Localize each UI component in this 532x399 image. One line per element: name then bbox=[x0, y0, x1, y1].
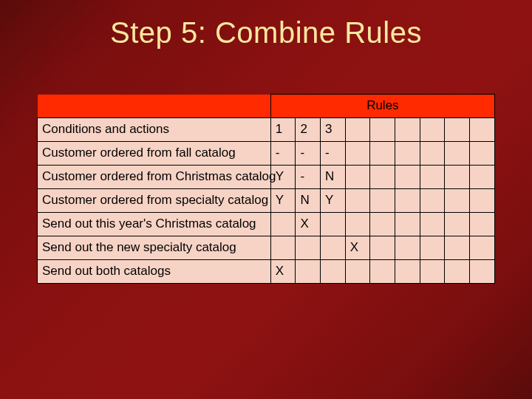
row-cell bbox=[470, 260, 495, 284]
row-label: Send out both catalogs bbox=[38, 260, 271, 284]
row-cell bbox=[445, 236, 470, 260]
row-cell: 3 bbox=[321, 118, 346, 142]
table-row: Send out this year's Christmas catalog X bbox=[38, 213, 495, 236]
table-row: Customer ordered from fall catalog - - - bbox=[38, 142, 495, 166]
row-cell bbox=[321, 260, 346, 284]
row-cell: - bbox=[270, 142, 296, 166]
row-cell bbox=[420, 236, 445, 260]
table-row: Send out the new specialty catalog X bbox=[38, 236, 495, 260]
row-cell bbox=[370, 142, 395, 166]
row-cell: 1 bbox=[270, 118, 296, 142]
row-cell bbox=[345, 166, 370, 189]
row-cell bbox=[470, 213, 495, 236]
row-cell: N bbox=[296, 189, 321, 213]
row-label: Send out the new specialty catalog bbox=[38, 236, 271, 260]
row-cell bbox=[470, 166, 495, 189]
row-label: Customer ordered from specialty catalog bbox=[38, 189, 271, 213]
row-cell: N bbox=[321, 166, 346, 189]
row-cell bbox=[395, 142, 420, 166]
row-cell bbox=[470, 236, 495, 260]
row-cell bbox=[370, 166, 395, 189]
rules-table: Rules Conditions and actions 1 2 3 Custo… bbox=[37, 94, 495, 284]
row-cell bbox=[345, 260, 370, 284]
row-cell bbox=[345, 118, 370, 142]
row-cell bbox=[395, 189, 420, 213]
table-row: Send out both catalogs X bbox=[38, 260, 495, 284]
row-cell bbox=[370, 118, 395, 142]
row-cell bbox=[370, 260, 395, 284]
header-blank-cell bbox=[38, 95, 271, 118]
row-cell bbox=[296, 260, 321, 284]
row-cell: - bbox=[296, 142, 321, 166]
table-row: Customer ordered from specialty catalog … bbox=[38, 189, 495, 213]
row-cell bbox=[420, 166, 445, 189]
row-cell bbox=[470, 118, 495, 142]
row-label: Customer ordered from Christmas catalog bbox=[38, 166, 271, 189]
row-label: Customer ordered from fall catalog bbox=[38, 142, 271, 166]
row-cell bbox=[420, 260, 445, 284]
row-cell bbox=[445, 118, 470, 142]
row-cell bbox=[420, 213, 445, 236]
row-cell bbox=[395, 118, 420, 142]
row-cell bbox=[420, 142, 445, 166]
row-cell bbox=[321, 236, 346, 260]
row-cell bbox=[395, 213, 420, 236]
row-cell bbox=[445, 213, 470, 236]
row-cell bbox=[445, 166, 470, 189]
row-cell bbox=[395, 260, 420, 284]
row-cell bbox=[345, 213, 370, 236]
row-cell bbox=[345, 189, 370, 213]
row-cell bbox=[395, 236, 420, 260]
row-cell: X bbox=[296, 213, 321, 236]
row-cell bbox=[445, 142, 470, 166]
row-cell bbox=[270, 236, 296, 260]
row-cell bbox=[345, 142, 370, 166]
row-label: Send out this year's Christmas catalog bbox=[38, 213, 271, 236]
row-label: Conditions and actions bbox=[38, 118, 271, 142]
row-cell: Y bbox=[321, 189, 346, 213]
row-cell: - bbox=[296, 166, 321, 189]
row-cell bbox=[296, 236, 321, 260]
table-header-row: Rules bbox=[38, 95, 495, 118]
row-cell: X bbox=[270, 260, 296, 284]
row-cell bbox=[395, 166, 420, 189]
row-cell bbox=[470, 142, 495, 166]
row-cell bbox=[420, 189, 445, 213]
slide: Step 5: Combine Rules Rules Conditions a… bbox=[0, 0, 532, 399]
row-cell: 2 bbox=[296, 118, 321, 142]
row-cell bbox=[445, 260, 470, 284]
row-cell bbox=[470, 189, 495, 213]
table-row: Conditions and actions 1 2 3 bbox=[38, 118, 495, 142]
row-cell: Y bbox=[270, 189, 296, 213]
slide-title: Step 5: Combine Rules bbox=[37, 16, 495, 50]
row-cell bbox=[420, 118, 445, 142]
row-cell bbox=[370, 236, 395, 260]
row-cell: - bbox=[321, 142, 346, 166]
row-cell bbox=[370, 189, 395, 213]
row-cell: X bbox=[345, 236, 370, 260]
row-cell bbox=[270, 213, 296, 236]
rules-header-cell: Rules bbox=[270, 95, 494, 118]
row-cell bbox=[445, 189, 470, 213]
row-cell bbox=[321, 213, 346, 236]
row-cell bbox=[370, 213, 395, 236]
table-row: Customer ordered from Christmas catalog … bbox=[38, 166, 495, 189]
